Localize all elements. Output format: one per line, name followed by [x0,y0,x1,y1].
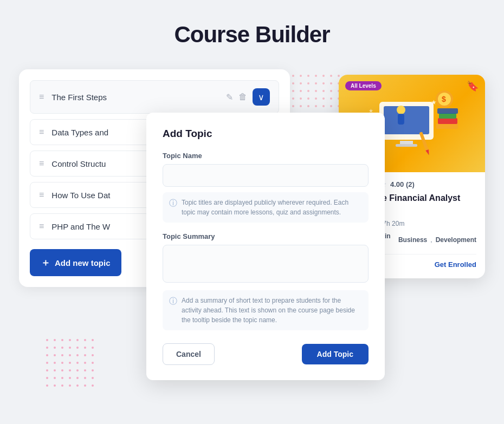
svg-text:$: $ [442,95,446,103]
info-icon-1: ⓘ [169,198,177,208]
topic-name-info-text: Topic titles are displayed publicly wher… [182,198,362,217]
topic-name-5: PHP and The W [51,222,110,231]
drag-icon-3: ≡ [39,159,44,168]
modal-title: Add Topic [163,128,369,140]
dot-decoration-top [285,75,342,109]
course-badge: All Levels [345,81,382,90]
topic-name-3: Control Structu [51,159,106,168]
svg-rect-14 [398,114,404,125]
topic-name-1: The First Steps [51,93,107,102]
get-enrolled-button[interactable]: Get Enrolled [435,260,476,269]
drag-icon-2: ≡ [39,127,44,137]
topic-summary-label: Topic Summary [163,232,369,240]
drag-icon-4: ≡ [39,190,44,200]
svg-rect-5 [438,118,457,124]
modal-actions: Cancel Add Topic [163,343,369,365]
topic-summary-info-box: ⓘ Add a summary of short text to prepare… [163,290,369,330]
svg-rect-3 [396,144,417,147]
svg-rect-6 [439,113,456,119]
topic-summary-group: Topic Summary ⓘ Add a summary of short t… [163,232,369,330]
topic-name-label: Topic Name [163,152,369,160]
topic-controls-1: ✎ 🗑 ∨ [226,88,270,106]
svg-text:★: ★ [431,99,437,106]
drag-icon-5: ≡ [39,221,44,231]
drag-icon-1: ≡ [39,92,44,102]
category1: Business [398,236,427,244]
dot-decoration-bottom [46,339,96,389]
add-new-topic-button[interactable]: ＋ Add new topic [30,249,121,276]
topic-name-input[interactable] [163,164,369,187]
add-topic-modal: Add Topic Topic Name ⓘ Topic titles are … [146,113,385,380]
chevron-down-icon: ∨ [258,92,264,102]
svg-marker-9 [425,149,430,155]
topic-name-2: Data Types and [51,128,108,137]
page-title: Course Builder [174,22,329,48]
topic-item-1[interactable]: ≡ The First Steps ✎ 🗑 ∨ [30,80,279,114]
topic-name-group: Topic Name ⓘ Topic titles are displayed … [163,152,369,223]
cancel-button[interactable]: Cancel [163,343,215,365]
topic-name-info-box: ⓘ Topic titles are displayed publicly wh… [163,192,369,223]
svg-rect-1 [384,106,429,134]
info-icon-2: ⓘ [169,296,177,306]
svg-rect-4 [436,123,458,129]
topic-name-4: How To Use Dat [51,191,110,200]
svg-point-13 [397,106,405,114]
topic-summary-input[interactable] [163,245,369,283]
category2: Development [436,236,476,244]
delete-icon-1[interactable]: 🗑 [238,92,247,102]
edit-icon-1[interactable]: ✎ [226,92,233,102]
add-topic-button[interactable]: Add Topic [302,344,369,364]
bookmark-icon[interactable]: 🔖 [467,80,479,92]
rating-text: 4.00 (2) [390,180,415,188]
add-new-topic-label: Add new topic [55,258,111,268]
chevron-down-btn-1[interactable]: ∨ [253,88,270,106]
topic-summary-info-text: Add a summary of short text to prepare s… [182,296,362,325]
main-area: ≡ The First Steps ✎ 🗑 ∨ ≡ Data Types and… [19,69,485,373]
svg-rect-7 [437,108,458,114]
plus-icon: ＋ [41,256,50,269]
